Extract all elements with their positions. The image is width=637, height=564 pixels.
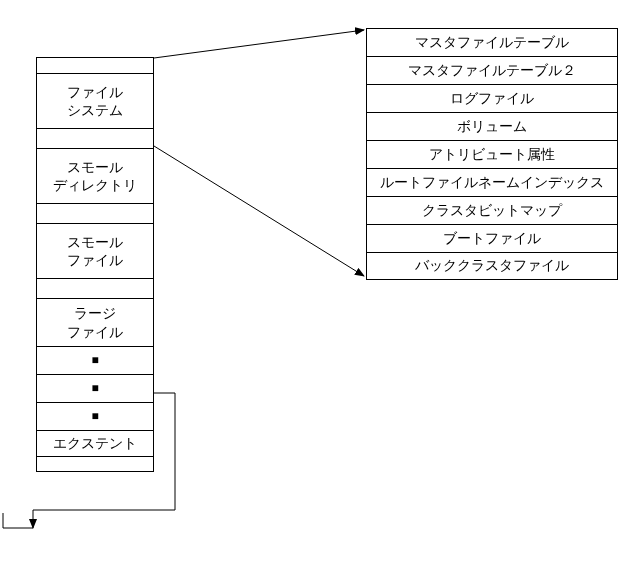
left-row-dot: ■ [36, 346, 154, 374]
dot-icon: ■ [91, 409, 98, 425]
dot-icon: ■ [91, 353, 98, 369]
right-row-attribute: アトリビュート属性 [366, 140, 618, 168]
cell-label: ブートファイル [443, 230, 541, 248]
cell-label: ルートファイルネームインデックス [380, 174, 604, 192]
cell-label: バッククラスタファイル [415, 257, 569, 275]
left-row-empty [36, 128, 154, 148]
right-row-logfile: ログファイル [366, 84, 618, 112]
right-row-mft2: マスタファイルテーブル２ [366, 56, 618, 84]
cell-label: クラスタビットマップ [422, 202, 562, 220]
cell-label: アトリビュート属性 [429, 146, 555, 164]
dot-icon: ■ [91, 381, 98, 397]
right-row-backcluster: バッククラスタファイル [366, 252, 618, 280]
cell-label: ボリューム [457, 118, 527, 136]
left-row-empty [36, 57, 154, 73]
svg-line-2 [154, 146, 364, 276]
left-table: ファイルシステム スモールディレクトリ スモールファイル ラージファイル ■ ■… [36, 57, 154, 472]
cell-label: マスタファイルテーブル [415, 34, 569, 52]
left-row-small-directory: スモールディレクトリ [36, 148, 154, 203]
cell-label: ファイルシステム [67, 83, 123, 119]
left-row-empty [36, 456, 154, 472]
right-row-volume: ボリューム [366, 112, 618, 140]
left-row-empty [36, 203, 154, 223]
right-row-rootindex: ルートファイルネームインデックス [366, 168, 618, 196]
left-row-filesystem: ファイルシステム [36, 73, 154, 128]
left-row-large-file: ラージファイル [36, 298, 154, 346]
left-row-extent: エクステント [36, 430, 154, 456]
cell-label: マスタファイルテーブル２ [408, 62, 576, 80]
left-row-small-file: スモールファイル [36, 223, 154, 278]
left-row-dot: ■ [36, 374, 154, 402]
left-row-dot: ■ [36, 402, 154, 430]
cell-label: ログファイル [450, 90, 534, 108]
left-row-empty [36, 278, 154, 298]
cell-label: エクステント [53, 434, 137, 452]
right-row-mft: マスタファイルテーブル [366, 28, 618, 56]
right-row-bootfile: ブートファイル [366, 224, 618, 252]
svg-line-1 [154, 30, 364, 58]
cell-label: スモールファイル [67, 233, 123, 269]
right-table: マスタファイルテーブル マスタファイルテーブル２ ログファイル ボリューム アト… [366, 28, 618, 280]
cell-label: ラージファイル [67, 304, 123, 340]
right-row-bitmap: クラスタビットマップ [366, 196, 618, 224]
cell-label: スモールディレクトリ [53, 158, 137, 194]
